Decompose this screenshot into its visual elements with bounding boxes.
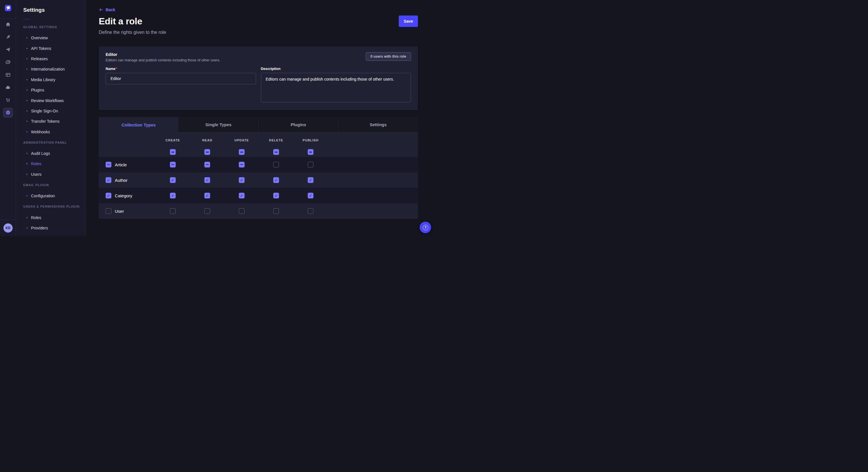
checkbox-cell (259, 162, 293, 167)
tab-single-types[interactable]: Single Types (179, 117, 258, 133)
role-card-title: Editor (105, 52, 411, 57)
bullet-icon (26, 174, 28, 175)
master-checkbox-read[interactable] (205, 149, 210, 155)
settings-nav-item-audit-logs[interactable]: Audit Logs (23, 148, 85, 159)
master-checkbox-update[interactable] (239, 149, 245, 155)
settings-nav-item-overview[interactable]: Overview (23, 33, 85, 43)
app-window: KD Settings GLOBAL SETTINGSOverviewAPI T… (0, 0, 434, 236)
help-button[interactable]: ? (420, 222, 431, 233)
master-checkbox-create[interactable] (170, 149, 176, 155)
cloud-icon[interactable] (3, 82, 13, 93)
user-row-checkbox[interactable] (105, 208, 112, 214)
settings-nav-item-releases[interactable]: Releases (23, 54, 85, 64)
nav-section-heading: GLOBAL SETTINGS (23, 25, 85, 29)
bullet-icon (26, 90, 28, 91)
gear-icon[interactable] (3, 107, 13, 118)
checkbox-cell (190, 149, 224, 155)
settings-nav-item-roles[interactable]: Roles (23, 212, 85, 223)
settings-sidebar-title: Settings (23, 7, 85, 13)
category-row-checkbox[interactable]: ✓ (105, 193, 112, 198)
tab-plugins[interactable]: Plugins (258, 117, 338, 133)
article-read-checkbox[interactable] (205, 162, 210, 167)
master-checkbox-publish[interactable] (308, 149, 313, 155)
settings-nav-item-internationalization[interactable]: Internationalization (23, 64, 85, 74)
settings-nav-item-providers[interactable]: Providers (23, 223, 85, 233)
category-publish-checkbox[interactable]: ✓ (308, 193, 313, 198)
check-icon: ✓ (240, 194, 243, 198)
author-update-checkbox[interactable]: ✓ (239, 177, 245, 183)
nav-item-label: Webhooks (31, 130, 50, 134)
user-delete-checkbox[interactable] (273, 208, 279, 214)
feather-icon[interactable] (3, 32, 13, 42)
settings-nav-item-plugins[interactable]: Plugins (23, 85, 85, 95)
role-description-textarea[interactable] (261, 73, 411, 102)
back-link[interactable]: Back (99, 7, 115, 12)
category-delete-checkbox[interactable]: ✓ (273, 193, 279, 198)
article-publish-checkbox[interactable] (308, 162, 313, 167)
page-header-row: Edit a role Save (99, 15, 418, 27)
settings-sidebar: Settings GLOBAL SETTINGSOverviewAPI Toke… (16, 0, 86, 236)
check-icon: ✓ (309, 194, 312, 198)
master-checkbox-delete[interactable] (273, 149, 279, 155)
check-icon: ✓ (309, 178, 312, 182)
tab-settings[interactable]: Settings (338, 117, 418, 133)
user-read-checkbox[interactable] (205, 208, 210, 214)
nav-item-label: Review Workflows (31, 98, 64, 103)
settings-nav-item-media-library[interactable]: Media Library (23, 74, 85, 85)
strapi-logo-icon[interactable] (5, 5, 11, 11)
user-create-checkbox[interactable] (170, 208, 176, 214)
category-read-checkbox[interactable]: ✓ (205, 193, 210, 198)
author-publish-checkbox[interactable]: ✓ (308, 177, 313, 183)
settings-nav-item-transfer-tokens[interactable]: Transfer Tokens (23, 116, 85, 127)
article-create-checkbox[interactable] (170, 162, 176, 167)
checkbox-cell (156, 149, 190, 155)
nav-item-label: Audit Logs (31, 151, 50, 156)
author-delete-checkbox[interactable]: ✓ (273, 177, 279, 183)
media-icon[interactable] (3, 57, 13, 67)
bullet-icon (26, 195, 28, 196)
author-read-checkbox[interactable]: ✓ (205, 177, 210, 183)
row-head: Article (99, 162, 156, 167)
user-publish-checkbox[interactable] (308, 208, 313, 214)
settings-nav-item-review-workflows[interactable]: Review Workflows (23, 95, 85, 105)
column-header-read: READ (190, 138, 224, 142)
indeterminate-dash-icon (172, 164, 174, 165)
permissions-table: CREATEREADUPDATEDELETEPUBLISH Article✓Au… (99, 133, 418, 219)
layout-icon[interactable] (3, 70, 13, 80)
bullet-icon (26, 110, 28, 111)
user-update-checkbox[interactable] (239, 208, 245, 214)
role-details-card: Editor Editors can manage and publish co… (99, 46, 418, 110)
article-update-checkbox[interactable] (239, 162, 245, 167)
save-button[interactable]: Save (399, 15, 418, 27)
nav-item-label: Roles (31, 215, 41, 220)
column-header-create: CREATE (156, 138, 190, 142)
article-delete-checkbox[interactable] (273, 162, 279, 167)
checkbox-cell: ✓ (293, 193, 328, 198)
settings-nav-item-users[interactable]: Users (23, 169, 85, 179)
category-update-checkbox[interactable]: ✓ (239, 193, 245, 198)
main-content: Back Edit a role Save Define the rights … (86, 0, 434, 236)
settings-nav-item-api-tokens[interactable]: API Tokens (23, 43, 85, 53)
settings-nav-item-webhooks[interactable]: Webhooks (23, 127, 85, 137)
settings-nav-item-roles[interactable]: Roles (23, 159, 85, 169)
required-mark: * (116, 67, 117, 71)
users-count-badge[interactable]: 0 users with this role (366, 52, 411, 61)
indeterminate-dash-icon (240, 152, 243, 153)
role-name-input[interactable] (105, 73, 256, 84)
settings-nav-item-single-sign-on[interactable]: Single Sign-On (23, 106, 85, 116)
article-row-checkbox[interactable] (105, 162, 112, 167)
author-create-checkbox[interactable]: ✓ (170, 177, 176, 183)
main-nav-rail: KD (0, 0, 16, 236)
paper-plane-icon[interactable] (3, 44, 13, 55)
settings-nav-item-configuration[interactable]: Configuration (23, 191, 85, 201)
row-head: ✓Author (99, 177, 156, 183)
question-mark-icon: ? (423, 225, 428, 230)
name-field-group: Name* (105, 67, 256, 103)
cart-icon[interactable] (3, 95, 13, 105)
tab-collection-types[interactable]: Collection Types (99, 117, 179, 133)
home-icon[interactable] (3, 19, 13, 30)
checkbox-cell: ✓ (156, 193, 190, 198)
user-avatar[interactable]: KD (3, 224, 12, 233)
author-row-checkbox[interactable]: ✓ (105, 177, 112, 183)
category-create-checkbox[interactable]: ✓ (170, 193, 176, 198)
